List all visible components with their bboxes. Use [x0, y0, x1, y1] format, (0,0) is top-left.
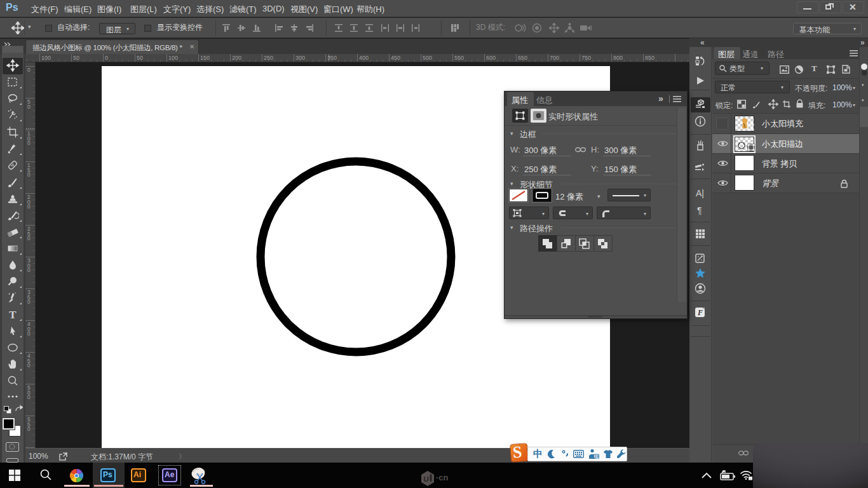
svg-text:24: 24 [595, 454, 599, 458]
svg-text:F: F [697, 308, 703, 317]
svg-text:U: U [424, 475, 429, 483]
svg-text:¶: ¶ [697, 205, 702, 215]
svg-text:T: T [9, 309, 17, 321]
svg-text:A|: A| [696, 188, 704, 198]
